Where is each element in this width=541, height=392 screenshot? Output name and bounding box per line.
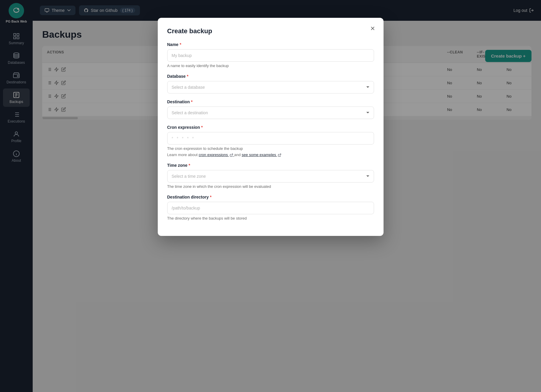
cron-expressions-link[interactable]: cron expressions [199,153,234,157]
destination-required: * [191,99,193,104]
database-label: Database * [167,74,374,79]
dest-dir-hint: The directory where the backups will be … [167,216,374,220]
modal-title: Create backup [167,27,374,35]
external-link-icon [230,153,233,157]
name-label: Name * [167,42,374,47]
name-required: * [180,42,181,47]
dest-dir-label: Destination directory * [167,195,374,199]
cron-hint-links: Learn more about cron expressions and se… [167,153,374,157]
database-select[interactable]: Select a database [167,81,374,93]
destination-form-group: Destination * Select a destination [167,99,374,119]
cron-examples-link[interactable]: see some examples [242,153,281,157]
destination-label: Destination * [167,99,374,104]
svg-line-57 [231,154,233,155]
cron-input[interactable] [167,132,374,145]
dest-dir-input[interactable] [167,202,374,214]
name-input[interactable] [167,49,374,62]
cron-label: Cron expression * [167,125,374,130]
name-hint: A name to easily identify the backup [167,64,374,68]
name-form-group: Name * A name to easily identify the bac… [167,42,374,68]
cron-required: * [201,125,203,130]
database-required: * [187,74,188,79]
cron-hint: The cron expression to schedule the back… [167,146,374,151]
external-link-icon2 [278,153,281,157]
database-form-group: Database * Select a database [167,74,374,93]
destination-select[interactable]: Select a destination [167,107,374,119]
modal-overlay[interactable]: Create backup ✕ Name * A name to easily … [0,0,541,392]
timezone-form-group: Time zone * Select a time zone The time … [167,163,374,189]
svg-line-58 [279,154,281,155]
cron-form-group: Cron expression * The cron expression to… [167,125,374,157]
modal-close-button[interactable]: ✕ [368,24,378,33]
dest-dir-form-group: Destination directory * The directory wh… [167,195,374,220]
timezone-label: Time zone * [167,163,374,168]
timezone-select[interactable]: Select a time zone [167,170,374,182]
dest-dir-required: * [210,195,212,199]
timezone-hint: The time zone in which the cron expressi… [167,184,374,189]
timezone-required: * [189,163,190,168]
create-backup-modal: Create backup ✕ Name * A name to easily … [158,18,384,236]
